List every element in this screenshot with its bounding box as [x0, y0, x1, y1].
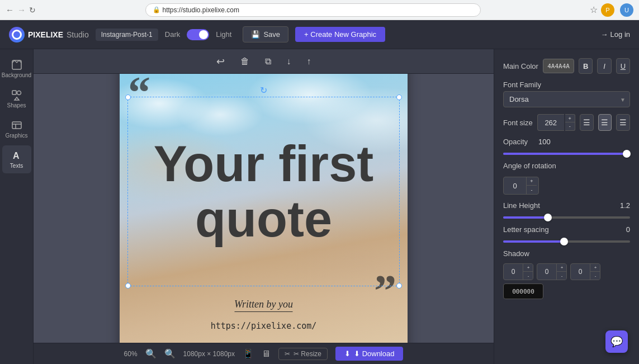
letter-spacing-slider-row	[503, 240, 630, 243]
delete-button[interactable]: 🗑	[237, 54, 253, 69]
back-button[interactable]: ←	[6, 5, 14, 15]
canvas-area: ↩ 🗑 ⧉ ↓ ↑ “ ”	[34, 49, 494, 364]
download-icon: ⬇	[344, 349, 351, 358]
reload-button[interactable]: ↻	[29, 6, 36, 15]
status-bar: 60% 🔍 🔍 1080px × 1080px 📱 🖥 ✂ ✂ Resize ⬇…	[34, 343, 494, 364]
font-size-down-button[interactable]: -	[565, 122, 575, 131]
sidebar-item-graphics[interactable]: Graphics	[2, 115, 31, 143]
shadow-blur-input[interactable]	[571, 264, 590, 280]
canvas-scroll[interactable]: “ ” ↻ Your first quote	[34, 74, 494, 343]
browser-chrome: ← → ↻ 🔒 https://studio.pixelixe.com ☆ P …	[0, 0, 639, 20]
angle-label: Angle of rotation	[503, 162, 630, 170]
font-family-select[interactable]: Dorsa	[503, 91, 630, 107]
shadow-row: Shadow + - + - +	[503, 249, 630, 299]
save-icon: 💾	[251, 30, 260, 39]
handle-bl[interactable]	[125, 283, 131, 289]
svg-point-2	[17, 91, 21, 95]
shadow-x-input[interactable]	[504, 264, 523, 280]
user-avatar[interactable]: U	[620, 3, 633, 17]
written-by-text[interactable]: Written by you	[234, 299, 293, 312]
opacity-slider-row	[503, 153, 630, 155]
shadow-color-swatch[interactable]: 000000	[503, 283, 543, 299]
mobile-icon-button[interactable]: 📱	[243, 348, 254, 359]
color-swatch[interactable]: 4A4A4A	[543, 59, 574, 73]
letter-spacing-row: Letter spacing 0	[503, 225, 630, 234]
canvas-toolbar: ↩ 🗑 ⧉ ↓ ↑	[34, 49, 494, 74]
chat-button[interactable]: 💬	[605, 330, 628, 353]
sidebar-item-background[interactable]: Background	[2, 55, 31, 83]
forward-button[interactable]: →	[17, 5, 26, 15]
handle-br[interactable]	[396, 283, 402, 289]
opacity-label: Opacity	[503, 138, 534, 146]
line-height-slider[interactable]	[503, 216, 630, 219]
opacity-slider[interactable]	[503, 153, 630, 155]
align-right-button[interactable]: ☰	[616, 114, 630, 131]
background-icon	[11, 59, 22, 70]
shadow-y-up-button[interactable]: +	[557, 264, 567, 272]
shadow-x-down-button[interactable]: -	[523, 272, 533, 280]
duplicate-button[interactable]: ⧉	[262, 54, 274, 69]
italic-button[interactable]: I	[597, 58, 611, 74]
font-size-up-button[interactable]: +	[565, 114, 575, 122]
shadow-y-down-button[interactable]: -	[557, 272, 567, 280]
texts-icon: A	[11, 150, 22, 161]
zoom-in-button[interactable]: 🔍	[145, 348, 157, 359]
create-new-button[interactable]: + Create New Graphic	[295, 27, 385, 42]
profile-avatar[interactable]: P	[601, 3, 614, 17]
main-color-label: Main Color	[503, 62, 538, 70]
resize-button[interactable]: ✂ ✂ Resize	[278, 348, 328, 360]
sidebar-item-shapes[interactable]: Shapes	[2, 85, 31, 113]
handle-tl[interactable]	[125, 94, 131, 100]
save-button[interactable]: 💾 Save	[243, 26, 288, 42]
main-quote-text[interactable]: Your first quote	[128, 97, 399, 286]
zoom-level: 60%	[124, 350, 138, 358]
font-size-label: Font size	[503, 119, 533, 127]
letter-spacing-slider[interactable]	[503, 240, 630, 243]
url-bar[interactable]: 🔒 https://studio.pixelixe.com	[145, 3, 481, 17]
desktop-icon-button[interactable]: 🖥	[262, 349, 271, 359]
main-color-row: Main Color 4A4A4A B I U	[503, 58, 630, 74]
logo-pixelixe: PIXELIXE	[28, 30, 63, 39]
shadow-blur-up-button[interactable]: +	[590, 264, 600, 272]
shadow-y-input[interactable]	[537, 264, 556, 280]
shadow-label: Shadow	[503, 249, 630, 258]
light-label: Light	[216, 30, 231, 39]
angle-down-button[interactable]: -	[527, 186, 537, 194]
dark-light-toggle[interactable]	[187, 29, 209, 40]
canvas-url-text[interactable]: https://pixelixe.com/	[211, 321, 317, 331]
underline-button[interactable]: U	[616, 58, 630, 74]
canvas-dimensions: 1080px × 1080px	[183, 350, 235, 358]
move-down-button[interactable]: ↓	[283, 54, 295, 69]
shadow-blur-down-button[interactable]: -	[590, 272, 600, 280]
line-height-thumb[interactable]	[544, 214, 552, 221]
move-up-button[interactable]: ↑	[304, 54, 315, 69]
main-quote-container[interactable]: ↻ Your first quote	[127, 97, 400, 286]
download-button[interactable]: ⬇ ⬇ Download	[335, 347, 403, 361]
doc-name-badge[interactable]: Instagram-Post-1	[96, 29, 158, 41]
align-center-button[interactable]: ☰	[598, 114, 612, 131]
rotate-handle[interactable]: ↻	[260, 85, 267, 96]
line-height-row: Line Height 1.2	[503, 201, 630, 210]
angle-input-row: + -	[503, 177, 630, 195]
align-left-button[interactable]: ☰	[580, 114, 594, 131]
bookmark-button[interactable]: ☆	[590, 4, 598, 15]
shadow-x-up-button[interactable]: +	[523, 264, 533, 272]
sidebar-item-texts[interactable]: A Texts	[2, 145, 31, 173]
svg-rect-1	[12, 91, 16, 94]
logo-icon	[9, 27, 25, 42]
sidebar: Background Shapes Graphics A Texts	[0, 49, 34, 364]
canvas[interactable]: “ ” ↻ Your first quote	[120, 74, 408, 343]
letter-spacing-thumb[interactable]	[560, 238, 568, 245]
resize-icon: ✂	[285, 350, 290, 358]
angle-up-button[interactable]: +	[527, 177, 537, 186]
angle-input[interactable]	[504, 177, 526, 194]
opacity-thumb[interactable]	[623, 150, 631, 158]
font-size-row: Font size + - ☰ ☰ ☰	[503, 114, 630, 131]
login-button[interactable]: → Log in	[601, 30, 630, 39]
font-size-input[interactable]	[537, 114, 564, 131]
undo-button[interactable]: ↩	[213, 53, 228, 70]
bold-button[interactable]: B	[579, 58, 593, 74]
handle-tr[interactable]	[396, 94, 402, 100]
right-panel: Main Color 4A4A4A B I U Font Family Dors…	[494, 49, 639, 364]
zoom-out-button[interactable]: 🔍	[164, 348, 176, 359]
